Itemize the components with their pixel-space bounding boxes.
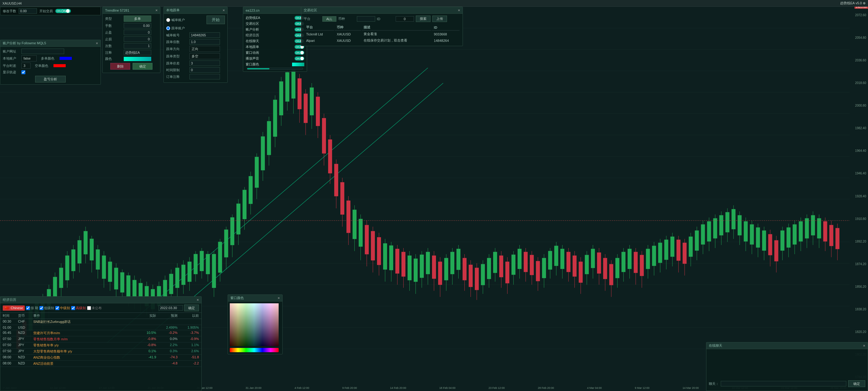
cal-row: 01:00 USD 2.499% 1.905% [0, 325, 202, 330]
trendline-panel-close[interactable]: × [155, 8, 158, 12]
pnl-analysis-button[interactable]: 盈亏分析 [35, 76, 66, 83]
type-row: 类型 多单 [105, 15, 158, 22]
svg-rect-179 [506, 262, 509, 283]
toggle-on-text: ON [61, 9, 66, 13]
chinese-filter-button[interactable]: 🇨🇳 Chinese [3, 305, 25, 311]
short-color-swatch [54, 64, 66, 67]
color-gradient[interactable] [230, 303, 279, 346]
ea123-panel-title: ea123.cn × [243, 7, 307, 14]
all-platform-button[interactable]: ALL [322, 16, 336, 22]
id-filter-input[interactable] [396, 16, 414, 22]
ea-panel-content: 修改手数 开始交易 ON [0, 7, 100, 15]
confirm-button[interactable]: 确定 [133, 63, 152, 70]
svg-rect-223 [640, 255, 644, 276]
chat-confirm-button[interactable]: 确定 [848, 380, 865, 387]
svg-rect-147 [408, 256, 411, 280]
cal-row: 05:45 NZD 营建许可月率m/m 10.5% -0.2% -3.7% [0, 330, 202, 336]
svg-rect-55 [298, 78, 301, 109]
price-label: 2036.60 [850, 59, 867, 62]
sound-toggle[interactable]: ON [294, 57, 305, 61]
ea123-community-row: 交易社区 ON [246, 21, 304, 26]
holiday-filter-label[interactable]: 假 期 [26, 306, 38, 311]
colorpicker-close[interactable]: × [277, 296, 280, 300]
hue-slider[interactable] [230, 348, 279, 352]
modify-lots-input[interactable] [19, 8, 37, 14]
account-panel-close[interactable]: × [96, 41, 98, 45]
svg-rect-117 [194, 254, 197, 274]
holiday-checkbox[interactable] [26, 306, 30, 310]
tp-input[interactable] [124, 30, 151, 35]
window-color-swatch [292, 63, 304, 66]
svg-rect-77 [71, 250, 75, 271]
high-filter-label[interactable]: 高级别 [71, 306, 86, 311]
svg-rect-61 [316, 97, 319, 126]
search-button[interactable]: 搜索 [416, 15, 431, 22]
delete-button[interactable]: 删除 [110, 63, 130, 70]
platform-diff-row: 平台时差 3 空单颜色 [3, 63, 98, 69]
account-url-input[interactable] [21, 48, 64, 54]
svg-rect-121 [206, 254, 210, 274]
svg-rect-57 [304, 94, 307, 123]
svg-rect-35 [237, 204, 240, 234]
svg-rect-85 [96, 250, 100, 269]
price-label: 1964.40 [850, 149, 867, 153]
community-panel-title: 交易社区 × [301, 7, 463, 14]
price-diff-input[interactable] [189, 61, 220, 66]
svg-rect-43 [261, 136, 265, 170]
svg-rect-79 [78, 240, 81, 263]
time-label: 28 Feb 20:00 [538, 386, 554, 389]
comment-input[interactable] [124, 50, 151, 55]
unpub-filter-label[interactable]: 未公布 [87, 306, 102, 311]
animation-toggle[interactable]: ON [294, 51, 305, 55]
svg-rect-239 [689, 237, 693, 257]
time-limit-input[interactable] [189, 67, 220, 73]
price-label: 1946.40 [850, 172, 867, 175]
mid-checkbox[interactable] [55, 306, 59, 310]
sl-input[interactable] [124, 36, 151, 42]
chat-input-row: 聊天： 确定 [709, 379, 865, 388]
svg-rect-255 [738, 215, 742, 235]
unpub-checkbox[interactable] [87, 306, 91, 310]
local-panel-close[interactable]: × [222, 8, 225, 12]
svg-rect-209 [597, 253, 601, 273]
order-comment-input[interactable] [189, 74, 220, 79]
trendline-buttons: 删除 确定 [105, 63, 158, 70]
svg-rect-109 [169, 274, 173, 294]
show-trail-checkbox[interactable] [21, 70, 25, 74]
follow-multiplier-input[interactable] [189, 39, 220, 44]
chat-panel-close[interactable]: × [863, 344, 865, 348]
svg-rect-259 [750, 225, 754, 245]
cal-row: 07:50 JPY 大型零售商销售额年率 y/y 0.1% 0.3% 2.6% [0, 349, 202, 355]
calendar-confirm-button[interactable]: 确定 [184, 304, 199, 311]
ea123-local-trade-row: 本地跟单 ON [246, 44, 304, 49]
low-filter-label[interactable]: 低级别 [39, 306, 54, 311]
mid-filter-label[interactable]: 中级别 [55, 306, 70, 311]
shout-id-input[interactable] [189, 32, 220, 38]
calendar-panel-close[interactable]: × [196, 297, 199, 302]
color-row: 颜色 [105, 57, 158, 61]
follow-account-radio[interactable] [166, 26, 170, 30]
currency-filter-input[interactable] [357, 16, 375, 22]
date-input[interactable] [159, 305, 183, 311]
svg-rect-245 [707, 222, 711, 241]
shout-account-radio[interactable] [166, 18, 170, 22]
start-follow-button[interactable]: 开始 [207, 15, 225, 24]
start-trade-toggle[interactable]: ON [55, 9, 71, 13]
table-row: Alpari XAUUSD 在线保存交易计划，双击查看 14848264 [304, 38, 460, 43]
svg-rect-141 [389, 246, 393, 270]
community-panel-close[interactable]: × [458, 8, 460, 12]
svg-rect-65 [328, 140, 332, 173]
lots-input[interactable] [124, 23, 151, 28]
cal-col-currency: 货币 [18, 314, 33, 318]
svg-rect-231 [664, 240, 668, 260]
times-input[interactable] [124, 43, 151, 48]
svg-rect-145 [401, 252, 405, 276]
cal-row: 08:00 NZD ANZ活动前景 -4.8 -2.2 [0, 361, 202, 367]
upload-button[interactable]: 上传 [432, 15, 447, 22]
chat-input[interactable] [721, 381, 846, 386]
svg-rect-27 [212, 254, 216, 288]
color-swatch-bar [124, 57, 151, 61]
svg-rect-201 [573, 256, 577, 276]
low-checkbox[interactable] [39, 306, 43, 310]
high-checkbox[interactable] [71, 306, 75, 310]
